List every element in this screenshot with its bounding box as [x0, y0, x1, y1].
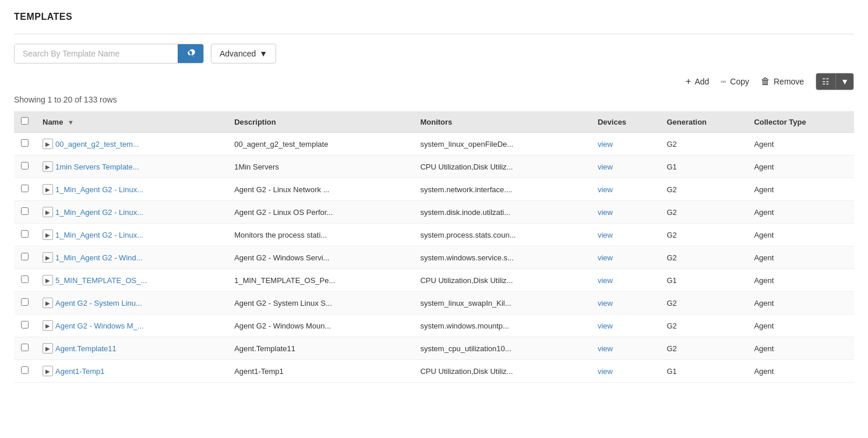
- select-all-cell[interactable]: [14, 111, 36, 133]
- search-button[interactable]: [178, 44, 203, 63]
- table-row: ▶1_Min_Agent G2 - Linux...Monitors the p…: [14, 224, 854, 246]
- row-name-link[interactable]: Agent.Template11: [55, 344, 117, 353]
- remove-label: Remove: [774, 77, 804, 86]
- row-devices-link[interactable]: view: [598, 344, 613, 353]
- row-name-link[interactable]: Agent1-Temp1: [55, 367, 105, 376]
- grid-icon: ☷: [822, 77, 830, 86]
- row-generation: G2: [659, 133, 747, 156]
- table-row: ▶1_Min_Agent G2 - Linux...Agent G2 - Lin…: [14, 201, 854, 224]
- row-devices: view: [591, 156, 659, 178]
- copy-label: Copy: [730, 77, 749, 86]
- row-expand-icon[interactable]: ▶: [43, 366, 53, 376]
- table-row: ▶1_Min_Agent G2 - Wind...Agent G2 - Wind…: [14, 246, 854, 269]
- row-expand-icon[interactable]: ▶: [43, 229, 53, 240]
- search-input[interactable]: [15, 44, 178, 63]
- row-checkbox[interactable]: [21, 139, 29, 147]
- row-description: Agent G2 - Windows Moun...: [227, 315, 413, 337]
- copy-button[interactable]: ⎓ Copy: [721, 76, 749, 87]
- row-checkbox[interactable]: [21, 344, 29, 351]
- add-button[interactable]: + Add: [686, 76, 709, 87]
- row-monitors: CPU Utilization,Disk Utiliz...: [413, 360, 590, 383]
- row-devices: view: [591, 224, 659, 246]
- col-collector-type: Collector Type: [747, 111, 854, 133]
- select-all-checkbox[interactable]: [21, 117, 29, 125]
- row-devices-link[interactable]: view: [598, 231, 613, 239]
- advanced-button[interactable]: Advanced ▼: [211, 44, 276, 63]
- copy-icon: ⎓: [721, 76, 726, 87]
- row-checkbox-cell: [14, 201, 36, 224]
- row-checkbox[interactable]: [21, 253, 29, 260]
- row-name-link[interactable]: 1_Min_Agent G2 - Linux...: [55, 231, 143, 239]
- row-monitors: system_cpu_utilization10...: [413, 337, 590, 360]
- row-name-link[interactable]: 1min Servers Template...: [55, 163, 139, 171]
- row-name-cell: ▶1_Min_Agent G2 - Wind...: [36, 246, 227, 269]
- row-description: Agent.Template11: [227, 337, 413, 360]
- row-checkbox-cell: [14, 315, 36, 337]
- row-devices-link[interactable]: view: [598, 163, 613, 171]
- col-name[interactable]: Name ▼: [36, 111, 227, 133]
- row-expand-icon[interactable]: ▶: [43, 252, 53, 263]
- row-checkbox[interactable]: [21, 321, 29, 328]
- row-checkbox-cell: [14, 178, 36, 201]
- row-devices-link[interactable]: view: [598, 140, 613, 149]
- row-expand-icon[interactable]: ▶: [43, 343, 53, 354]
- row-checkbox[interactable]: [21, 275, 29, 283]
- row-name-link[interactable]: 5_MIN_TEMPLATE_OS_...: [55, 276, 147, 285]
- row-expand-icon[interactable]: ▶: [43, 275, 53, 285]
- row-expand-icon[interactable]: ▶: [43, 298, 53, 308]
- row-checkbox[interactable]: [21, 207, 29, 215]
- row-generation: G1: [659, 360, 747, 383]
- row-devices: view: [591, 292, 659, 315]
- row-description: 00_agent_g2_test_template: [227, 133, 413, 156]
- row-collector-type: Agent: [747, 292, 854, 315]
- search-wrapper: [14, 44, 204, 63]
- row-name-link[interactable]: 00_agent_g2_test_tem...: [55, 140, 139, 149]
- row-name-cell: ▶5_MIN_TEMPLATE_OS_...: [36, 269, 227, 292]
- row-name-link[interactable]: 1_Min_Agent G2 - Wind...: [55, 253, 143, 262]
- row-devices-link[interactable]: view: [598, 208, 613, 217]
- row-monitors: system.disk.inode.utilzati...: [413, 201, 590, 224]
- row-devices-link[interactable]: view: [598, 185, 613, 194]
- row-name-cell: ▶1_Min_Agent G2 - Linux...: [36, 224, 227, 246]
- row-name-link[interactable]: Agent G2 - Windows M_...: [55, 322, 144, 330]
- row-name-link[interactable]: Agent G2 - System Linu...: [55, 299, 142, 308]
- row-expand-icon[interactable]: ▶: [43, 320, 53, 331]
- row-name-link[interactable]: 1_Min_Agent G2 - Linux...: [55, 208, 143, 217]
- table-row: ▶Agent.Template11Agent.Template11system_…: [14, 337, 854, 360]
- row-collector-type: Agent: [747, 133, 854, 156]
- row-description: Agent G2 - System Linux S...: [227, 292, 413, 315]
- row-devices-link[interactable]: view: [598, 253, 613, 262]
- view-toggle-caret[interactable]: ▼: [835, 73, 853, 90]
- row-devices-link[interactable]: view: [598, 322, 613, 330]
- row-monitors: system.windows.service.s...: [413, 246, 590, 269]
- row-description: Monitors the process stati...: [227, 224, 413, 246]
- row-name-cell: ▶Agent G2 - Windows M_...: [36, 315, 227, 337]
- view-toggle[interactable]: ☷ ▼: [816, 73, 854, 90]
- row-generation: G1: [659, 156, 747, 178]
- row-checkbox[interactable]: [21, 230, 29, 238]
- row-devices-link[interactable]: view: [598, 276, 613, 285]
- row-expand-icon[interactable]: ▶: [43, 139, 53, 149]
- row-checkbox[interactable]: [21, 366, 29, 374]
- row-checkbox[interactable]: [21, 185, 29, 192]
- row-monitors: system.process.stats.coun...: [413, 224, 590, 246]
- row-devices: view: [591, 246, 659, 269]
- chevron-down-icon: ▼: [259, 49, 267, 58]
- row-devices-link[interactable]: view: [598, 299, 613, 308]
- grid-view-button[interactable]: ☷: [816, 73, 835, 90]
- row-expand-icon[interactable]: ▶: [43, 207, 53, 217]
- row-devices-link[interactable]: view: [598, 367, 613, 376]
- table-row: ▶1_Min_Agent G2 - Linux...Agent G2 - Lin…: [14, 178, 854, 201]
- row-expand-icon[interactable]: ▶: [43, 161, 53, 172]
- row-monitors: system_linux_swapIn_Kil...: [413, 292, 590, 315]
- row-collector-type: Agent: [747, 246, 854, 269]
- row-monitors: system.network.interface....: [413, 178, 590, 201]
- row-checkbox-cell: [14, 337, 36, 360]
- remove-button[interactable]: 🗑 Remove: [761, 76, 804, 87]
- row-expand-icon[interactable]: ▶: [43, 184, 53, 195]
- row-checkbox[interactable]: [21, 162, 29, 169]
- row-name-link[interactable]: 1_Min_Agent G2 - Linux...: [55, 185, 143, 194]
- row-checkbox[interactable]: [21, 298, 29, 306]
- row-description: 1Min Servers: [227, 156, 413, 178]
- row-monitors: CPU Utilization,Disk Utiliz...: [413, 156, 590, 178]
